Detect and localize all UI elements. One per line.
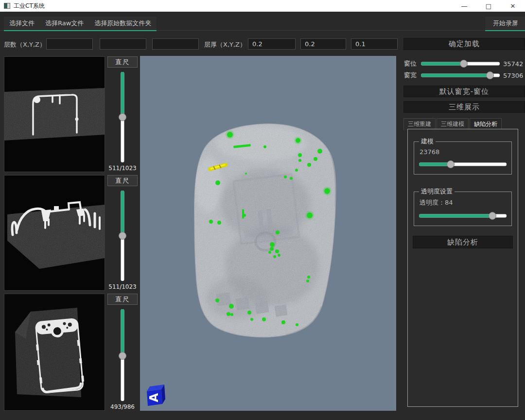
slice-1-position: 511/1023 xyxy=(108,165,137,172)
defect-analysis-panel: 建模 23768 透明度设置 透明度：84 xyxy=(407,129,518,407)
layers-label: 层数（X,Y,Z） xyxy=(4,40,46,49)
slider-thumb[interactable] xyxy=(447,160,455,168)
window-level-value: 35742 xyxy=(503,60,525,68)
slider-thumb[interactable] xyxy=(489,212,496,220)
minimize-button[interactable]: — xyxy=(452,0,476,12)
app-window: 工业CT系统 — □ ✕ 选择文件 选择Raw文件 选择原始数据文件夹 开始录屏… xyxy=(0,0,525,420)
confirm-load-button[interactable]: 确定加载 xyxy=(403,38,525,50)
slider-thumb[interactable] xyxy=(119,352,126,360)
window-level-slider[interactable] xyxy=(421,60,500,68)
ct-slice-graphic xyxy=(4,294,105,410)
modeling-slider[interactable] xyxy=(419,160,507,168)
display-3d-button[interactable]: 三维展示 xyxy=(403,101,525,113)
window-width-row: 窗宽 57306 xyxy=(404,71,525,79)
slice-2-slider[interactable] xyxy=(118,191,127,281)
slider-thumb[interactable] xyxy=(119,113,126,121)
thickness-y-input[interactable] xyxy=(300,38,346,50)
main-content: 选择文件 选择Raw文件 选择原始数据文件夹 开始录屏 层数（X,Y,Z） 层厚… xyxy=(0,12,525,420)
transparency-slider[interactable] xyxy=(419,212,507,220)
file-menu-group: 选择文件 选择Raw文件 选择原始数据文件夹 xyxy=(4,17,157,31)
slice-2-controls: 直尺 511/1023 xyxy=(105,175,140,291)
window-level-row: 窗位 35742 xyxy=(404,60,525,68)
ruler-button-2[interactable]: 直尺 xyxy=(107,175,138,186)
slider-track[interactable] xyxy=(419,163,507,166)
ruler-button-1[interactable]: 直尺 xyxy=(107,56,138,68)
layers-z-input[interactable] xyxy=(152,38,199,50)
slice-3-slider[interactable] xyxy=(118,309,127,401)
thickness-x-input[interactable] xyxy=(248,38,296,50)
ct-slice-view-xz xyxy=(4,175,105,291)
window-controls: — □ ✕ xyxy=(452,0,525,12)
3d-viewport[interactable]: A xyxy=(140,56,396,411)
thickness-z-input[interactable] xyxy=(351,38,398,50)
transparency-group: 透明度设置 透明度：84 xyxy=(414,187,512,226)
svg-text:A: A xyxy=(147,393,161,402)
modeling-group: 建模 23768 xyxy=(414,137,512,175)
select-raw-file-button[interactable]: 选择Raw文件 xyxy=(40,17,89,30)
slider-thumb[interactable] xyxy=(486,71,494,79)
slider-thumb[interactable] xyxy=(119,232,126,240)
ct-slice-graphic xyxy=(4,175,105,290)
maximize-button[interactable]: □ xyxy=(476,0,501,12)
window-width-label: 窗宽 xyxy=(404,71,418,80)
slice-3-controls: 直尺 493/986 xyxy=(105,294,140,411)
window-width-slider[interactable] xyxy=(421,71,500,79)
slider-thumb[interactable] xyxy=(460,60,468,68)
ct-slice-view-yz xyxy=(4,294,105,411)
slice-3-position: 493/986 xyxy=(110,403,135,411)
window-level-label: 窗位 xyxy=(404,59,418,68)
default-window-level-button[interactable]: 默认窗宽-窗位 xyxy=(403,86,525,97)
slice-1-slider[interactable] xyxy=(118,72,127,162)
slice-2-position: 511/1023 xyxy=(108,283,137,291)
titlebar: 工业CT系统 — □ ✕ xyxy=(0,0,525,12)
slice-1-controls: 直尺 511/1023 xyxy=(105,56,140,172)
modeling-group-title: 建模 xyxy=(419,137,436,146)
run-defect-analysis-button[interactable]: 缺陷分析 xyxy=(413,236,513,248)
ruler-button-3[interactable]: 直尺 xyxy=(107,294,138,305)
3d-render: A xyxy=(140,56,396,411)
start-recording-button[interactable]: 开始录屏 xyxy=(485,17,525,31)
select-raw-data-folder-button[interactable]: 选择原始数据文件夹 xyxy=(89,17,157,30)
layers-x-input[interactable] xyxy=(46,38,93,50)
orientation-cube-icon: A xyxy=(147,385,165,406)
ct-slice-view-xy xyxy=(4,56,105,172)
app-title: 工业CT系统 xyxy=(14,2,45,10)
thickness-label: 层厚（X,Y,Z） xyxy=(204,40,246,49)
modeling-value: 23768 xyxy=(420,148,508,156)
transparency-value: 透明度：84 xyxy=(420,198,508,207)
app-icon xyxy=(4,3,10,9)
layers-y-input[interactable] xyxy=(100,38,146,50)
transparency-group-title: 透明度设置 xyxy=(419,187,455,196)
close-button[interactable]: ✕ xyxy=(501,0,525,12)
ct-slice-graphic xyxy=(4,57,105,172)
select-file-button[interactable]: 选择文件 xyxy=(4,17,40,30)
window-width-value: 57306 xyxy=(503,72,525,79)
